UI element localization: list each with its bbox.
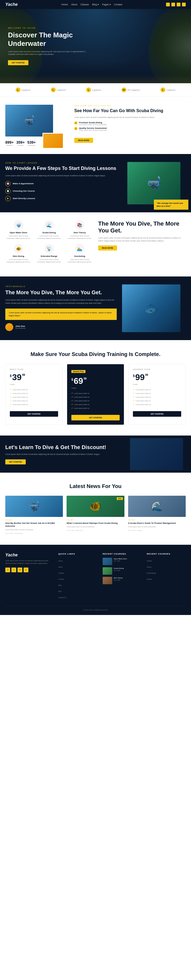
footer-link-home[interactable]: Home — [58, 558, 97, 563]
pricing-basic-cta[interactable]: Get Started — [10, 411, 58, 417]
logo-item-5: L Logolpsum — [161, 88, 175, 92]
logo-circle-2: L — [51, 88, 56, 92]
footer-recent-courses-col-2: Recent Courses Arkleos Diving Enroll Mon… — [147, 553, 186, 600]
news-date-1: Jul 2022 — [5, 519, 63, 520]
pricing-basic-cents: 99 — [22, 374, 25, 376]
nav-icon-4[interactable] — [182, 3, 186, 6]
feature-desc-6: Lorem ipsum dolor sit amet consectetur a… — [67, 258, 93, 263]
feature-title-1: Open Water Diver — [5, 231, 32, 234]
features-more-desc: Lorem ipsum dolor sit amet consectetur a… — [98, 237, 186, 242]
footer-course-info-1: Open Water Diver Jul 4, 2022 — [114, 558, 127, 562]
stat-courses: 359+ Courses — [16, 140, 25, 146]
author-role: Dive Instructor — [15, 328, 26, 329]
social-facebook-icon[interactable]: f — [5, 568, 10, 572]
features-more-content: The More You Dive, The More You Get. Lor… — [98, 220, 186, 263]
hero-content: Welcome To Yache Discover The Magic Unde… — [8, 27, 88, 65]
nav-icon-1[interactable] — [166, 3, 170, 6]
pricing-card-advance: Advance Plan $ 99 99 /month Lorem ipsum … — [128, 364, 186, 425]
footer-link-contact[interactable]: Contact Us — [58, 594, 97, 599]
nav-link-contact[interactable]: Contact — [114, 3, 122, 6]
news-meta-3: Jul 4, 2022 • Design — [128, 530, 186, 531]
footer-courses-list-2: Arkleos Diving Enroll Mongo Arkleos — [147, 558, 186, 581]
news-title-3[interactable]: A Scuba Diver's Guide To Product Managem… — [128, 522, 186, 525]
nav-icon-2[interactable] — [171, 3, 175, 6]
footer: Yache Lorem ipsum dolor sit amet consect… — [0, 545, 191, 615]
pricing-card-basic-header: Basic Plan — [10, 369, 58, 370]
footer-link-classes[interactable]: Classes — [58, 570, 97, 575]
footer-link-faq[interactable]: FAQ — [58, 588, 97, 593]
pricing-basic-feature-4: Lorem ipsum dolor sit — [10, 399, 58, 402]
footer-course-link-1[interactable]: Arkleos — [147, 558, 186, 563]
footer-course-1: Open Water Diver Jul 4, 2022 — [103, 558, 142, 565]
footer-recent-courses-title: Recent Courses — [103, 553, 142, 555]
testimonial-content: Testimonials The More You Dive, The More… — [5, 285, 117, 331]
pricing-advance-feature-2: Lorem ipsum dolor sit — [133, 391, 181, 395]
news-desc-3: Lorem ipsum dolor sit amet consectetur. — [128, 526, 186, 528]
footer-logo: Yache — [5, 553, 53, 557]
features-grid: 🤿 Open Water Diver Lorem ipsum dolor sit… — [5, 220, 93, 263]
social-instagram-icon[interactable]: in — [18, 568, 22, 572]
see-how-cta-button[interactable]: Read More — [74, 138, 93, 143]
footer-link-blog[interactable]: Blog — [58, 582, 97, 587]
nav-icon-3[interactable] — [177, 3, 180, 6]
stat-instructors-number: 539+ — [27, 140, 36, 145]
footer-copyright: © 2022 Yache. All Rights Reserved. — [5, 609, 186, 611]
footer-course-2: Scuba Diving Jul 4, 2022 — [103, 567, 142, 575]
pricing-basic-price: $ 39 99 — [10, 373, 58, 382]
feature-card-3: 📚 Dive Theory Lorem ipsum dolor sit amet… — [67, 220, 93, 240]
news-card-3: 🌊 Jul 2022 A Scuba Diver's Guide To Prod… — [128, 496, 186, 534]
footer-link-about[interactable]: About — [58, 564, 97, 569]
footer-link-courses[interactable]: Courses — [58, 576, 97, 581]
footer-course-3: Dive Theory Jul 4, 2022 — [103, 577, 142, 584]
news-card-1: 🤿 Jul 2022 How My Brother Got Her Dream … — [5, 496, 63, 534]
social-twitter-icon[interactable]: t — [11, 568, 16, 572]
feature-desc-3: Lorem ipsum dolor sit amet consectetur a… — [67, 235, 93, 240]
feature-premium-title: Premium Scuba Diving — [79, 121, 107, 124]
see-how-title: See How Far You Can Go With Scuba Diving — [74, 108, 186, 114]
feature-title-5: Extended Range — [36, 255, 62, 258]
logo-item-3: L Logolpsum — [86, 88, 101, 92]
pricing-started-price: $ 69 99 — [72, 377, 119, 385]
features-cta-button[interactable]: Read More — [98, 245, 117, 250]
pricing-started-feature-3: Lorem ipsum dolor sit — [72, 399, 119, 402]
hero-cta-button[interactable]: Get Started — [8, 60, 29, 65]
cta-description: Lorem ipsum dolor sit amet consectetur a… — [5, 453, 186, 456]
nav-link-blog[interactable]: Blog ▾ — [92, 3, 99, 6]
nav-link-classes[interactable]: Classes — [80, 3, 89, 6]
stat-instructors: 539+ Instructors — [27, 140, 36, 146]
stat-courses-label: Courses — [16, 145, 25, 146]
pricing-advance-cta[interactable]: Get Started — [133, 411, 181, 417]
pricing-started-amount: 69 — [74, 377, 83, 385]
feature-card-6: 🏊 Snorkeling Lorem ipsum dolor sit amet … — [67, 244, 93, 263]
steps-content: How To Start Lesson We Provide A Few Ste… — [5, 162, 122, 204]
nav-link-about[interactable]: About — [71, 3, 78, 6]
step-label-1: Make A Appointment — [13, 182, 34, 185]
footer-course-link-3[interactable]: Enroll Mongo — [147, 570, 186, 575]
footer-course-link-4[interactable]: Arkleos — [147, 576, 186, 581]
footer-quick-links-title: Quick Links — [58, 553, 97, 555]
news-diver-3: 🌊 — [128, 496, 186, 517]
nav-link-home[interactable]: Home — [62, 3, 68, 6]
testimonial-underwater-image: 🐟 — [122, 285, 180, 332]
footer-course-link-2[interactable]: Diving — [147, 564, 186, 569]
nav-links: Home About Classes Blog ▾ Pages ▾ Contac… — [62, 3, 122, 6]
news-diver-1: 🤿 — [5, 496, 63, 517]
feature-title-4: Skin Diving — [5, 255, 32, 258]
footer-course-image-2 — [103, 567, 112, 575]
feature-icon-extended: 📡 — [44, 244, 54, 253]
nav-link-pages[interactable]: Pages ▾ — [102, 3, 111, 6]
news-title-1[interactable]: How My Brother Got Her Dream Job As A SC… — [5, 522, 63, 528]
social-linkedin-icon[interactable]: li — [24, 568, 29, 572]
author-info: John Doe Dive Instructor — [15, 325, 26, 329]
news-title-2[interactable]: What I Learned About Startups From Scuba… — [67, 522, 124, 525]
pricing-basic-feature-1: Lorem ipsum dolor sit — [10, 388, 58, 391]
pricing-started-cta[interactable]: Get Started — [72, 415, 119, 420]
pricing-advance-amount: 99 — [135, 373, 145, 382]
news-image-1: 🤿 — [5, 496, 63, 517]
nav-logo[interactable]: Yache — [5, 2, 18, 7]
logo-text-4: IOF Logolpsum — [127, 89, 140, 91]
cta-button[interactable]: Get Started — [5, 460, 26, 465]
feature-quality: ✓ Quality Service Guaranteed Lorem ipsum… — [74, 127, 186, 131]
footer-course-name-3: Dive Theory — [114, 577, 123, 579]
pricing-card-started: Started Plan $ 69 99 /month Lorem ipsum … — [67, 364, 124, 425]
